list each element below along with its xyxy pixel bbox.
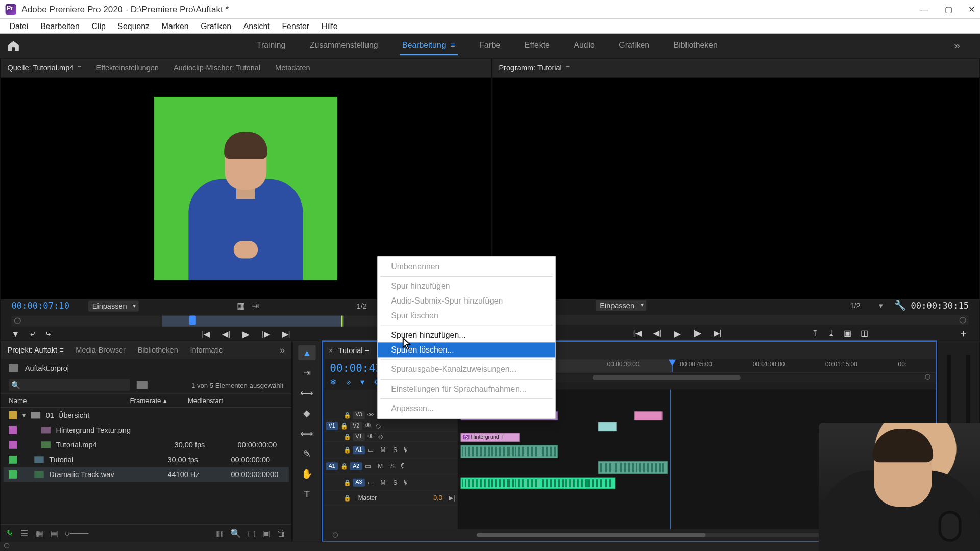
solo-button[interactable]: S <box>388 463 397 469</box>
source-out-icon[interactable]: ⤷ <box>45 329 52 338</box>
project-row-sequence[interactable]: Tutorial 30,00 fps 00:00:00:00 <box>4 452 289 467</box>
clip-hintergrund[interactable]: fxHintergrund T <box>460 433 520 442</box>
lock-icon[interactable]: 🔒 <box>340 422 347 429</box>
track-header-v2[interactable]: V1 🔒 V2 👁 ◇ <box>323 420 458 431</box>
menu-ansicht[interactable]: Ansicht <box>238 20 275 32</box>
project-row-clip[interactable]: Tutorial.mp4 30,00 fps 00:00:00:00 <box>4 437 289 452</box>
menu-datei[interactable]: Datei <box>4 20 34 32</box>
tool-type[interactable]: T <box>298 487 315 502</box>
program-play-icon[interactable]: ▶ <box>674 328 681 338</box>
workspace-bibliotheken[interactable]: Bibliotheken <box>671 36 720 55</box>
project-writable-icon[interactable]: ✎ <box>6 528 14 538</box>
ctx-delete-track[interactable]: Spur löschen <box>378 308 555 323</box>
timeline-snap-icon[interactable]: ❄ <box>330 378 336 387</box>
project-tabs-overflow-icon[interactable]: » <box>280 344 285 355</box>
track-target-v3[interactable]: V3 <box>353 411 365 419</box>
timeline-markers-icon[interactable]: ▾ <box>360 378 364 387</box>
track-header-a3[interactable]: 🔒 A3 ▭ M S 🎙 <box>323 474 458 491</box>
tool-slip[interactable]: ⟺ <box>298 426 315 441</box>
tab-libraries[interactable]: Bibliotheken <box>138 346 178 354</box>
col-name[interactable]: Name <box>9 397 130 405</box>
program-viewer[interactable] <box>492 78 979 299</box>
source-overwrite-icon[interactable]: ⇥ <box>252 301 259 311</box>
program-scrub-bar[interactable] <box>503 315 969 325</box>
source-patch-a1[interactable]: A1 <box>326 462 338 470</box>
track-target-a3[interactable]: A3 <box>353 478 365 486</box>
tab-source[interactable]: Quelle: Tutorial.mp4 ≡ <box>8 64 82 72</box>
window-close-icon[interactable]: ✕ <box>968 5 975 14</box>
timeline-playhead[interactable] <box>672 359 672 372</box>
source-marker-icon[interactable]: ▼ <box>11 329 19 338</box>
project-delete-icon[interactable]: 🗑 <box>277 528 286 538</box>
toggle-output-icon[interactable]: 👁 <box>365 422 373 430</box>
tab-source-menu-icon[interactable]: ≡ <box>77 64 81 72</box>
source-step-back-icon[interactable]: ◀| <box>222 329 230 338</box>
disclosure-icon[interactable]: ▾ <box>22 412 26 418</box>
program-settings-icon[interactable]: 🔧 <box>894 300 905 311</box>
program-zoom-dropdown[interactable]: Einpassen <box>596 300 646 311</box>
track-header-v1[interactable]: 🔒 V1 👁 ◇ <box>323 431 458 442</box>
lock-icon[interactable]: 🔒 <box>344 446 350 453</box>
ctx-voice-settings[interactable]: Einstellungen für Sprachaufnahmen... <box>378 382 555 396</box>
tool-ripple[interactable]: ⟷ <box>298 386 315 400</box>
solo-button[interactable]: S <box>390 446 400 453</box>
project-automate-icon[interactable]: ▥ <box>215 528 224 538</box>
ctx-channel-assign[interactable]: Spurausgabe-Kanalzuweisungen... <box>378 362 555 377</box>
window-maximize-icon[interactable]: ▢ <box>945 5 952 14</box>
menu-marken[interactable]: Marken <box>156 20 194 32</box>
ctx-customize[interactable]: Anpassen... <box>378 401 555 416</box>
mute-button[interactable]: M <box>376 463 385 469</box>
program-compare-icon[interactable]: ◫ <box>861 329 868 338</box>
clip-audio-a3[interactable] <box>460 477 615 489</box>
voice-record-icon[interactable]: 🎙 <box>403 446 409 454</box>
program-extract-icon[interactable]: ⤓ <box>828 329 835 338</box>
track-target-a2[interactable]: A2 <box>350 462 362 470</box>
workspace-bearbeitung[interactable]: Bearbeitung ≡ <box>400 36 458 55</box>
lock-icon[interactable]: 🔒 <box>344 479 350 485</box>
source-play-icon[interactable]: ▶ <box>242 329 250 339</box>
window-minimize-icon[interactable]: — <box>920 5 928 14</box>
track-target-a1[interactable]: A1 <box>353 446 365 454</box>
workspace-audio[interactable]: Audio <box>571 36 597 55</box>
source-insert-icon[interactable]: ▦ <box>237 301 245 311</box>
workspace-farbe[interactable]: Farbe <box>477 36 503 55</box>
workspace-zusammenstellung[interactable]: Zusammenstellung <box>307 36 381 55</box>
track-header-a2[interactable]: A1 🔒 A2 ▭ M S 🎙 <box>323 458 458 474</box>
project-new-item-icon[interactable]: ▣ <box>262 528 271 538</box>
project-freeform-view-icon[interactable]: ▤ <box>50 528 58 538</box>
col-framerate[interactable]: Framerate▲ <box>130 397 188 405</box>
program-export-frame-icon[interactable]: ▣ <box>844 329 851 338</box>
project-icon-view-icon[interactable]: ▦ <box>35 528 43 538</box>
tab-program[interactable]: Programm: Tutorial ≡ <box>499 64 570 72</box>
project-zoom-slider[interactable]: ○─── <box>65 528 89 538</box>
timeline-linked-icon[interactable]: ⟐ <box>346 378 351 387</box>
track-target-v2[interactable]: V2 <box>350 421 362 430</box>
toggle-output-icon[interactable]: 👁 <box>368 411 376 419</box>
program-goto-out-icon[interactable]: ▶| <box>714 329 722 338</box>
voice-record-icon[interactable]: 🎙 <box>403 479 409 486</box>
track-target-v1[interactable]: V1 <box>353 432 365 440</box>
timeline-zoom-out-icon[interactable] <box>333 532 338 538</box>
project-list-view-icon[interactable]: ☰ <box>20 528 29 538</box>
master-volume[interactable]: 0,0 <box>434 494 443 501</box>
ctx-add-track[interactable]: Spur hinzufügen <box>378 279 555 293</box>
program-lift-icon[interactable]: ⤒ <box>812 329 818 338</box>
program-goto-in-icon[interactable]: |◀ <box>633 329 641 338</box>
toggle-output-icon[interactable]: 👁 <box>368 433 376 440</box>
clip-pink[interactable] <box>634 411 662 420</box>
track-header-a1[interactable]: 🔒 A1 ▭ M S 🎙 <box>323 442 458 459</box>
master-out-icon[interactable]: ▶| <box>449 494 455 501</box>
source-playhead[interactable] <box>189 315 196 324</box>
program-step-fwd-icon[interactable]: |▶ <box>693 329 701 338</box>
workspace-effekte[interactable]: Effekte <box>522 36 553 55</box>
timeline-tab[interactable]: Tutorial ≡ <box>338 346 369 355</box>
menu-bearbeiten[interactable]: Bearbeiten <box>35 20 85 32</box>
mute-button[interactable]: M <box>378 446 387 453</box>
timeline-close-icon[interactable]: × <box>329 346 333 355</box>
menu-grafiken[interactable]: Grafiken <box>195 20 237 32</box>
source-timecode[interactable]: 00:00:07:10 <box>11 301 69 311</box>
tab-info[interactable]: Informatic <box>190 346 223 354</box>
project-bin-filter-icon[interactable] <box>137 381 148 389</box>
tool-razor[interactable]: ◆ <box>298 406 315 420</box>
workspace-training[interactable]: Training <box>254 36 288 55</box>
